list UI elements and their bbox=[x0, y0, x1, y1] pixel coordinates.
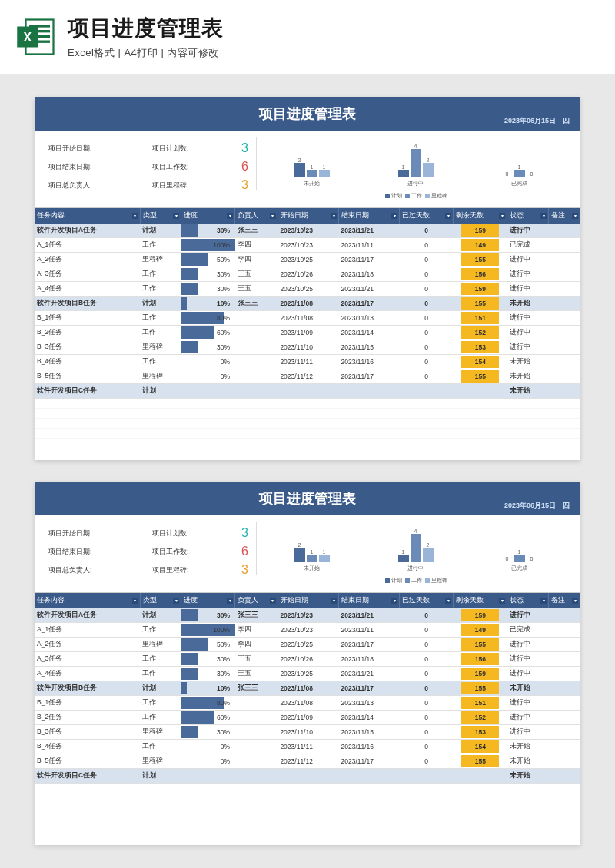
table-cell: 张三三 bbox=[235, 681, 278, 696]
filter-dropdown-icon[interactable]: ▾ bbox=[391, 213, 397, 219]
filter-dropdown-icon[interactable]: ▾ bbox=[331, 213, 337, 219]
column-header[interactable]: 状态▾ bbox=[507, 593, 549, 608]
table-row[interactable]: 软件开发项目B任务计划10%张三三2023/11/082023/11/17015… bbox=[35, 297, 580, 311]
table-cell: 0 bbox=[400, 340, 454, 355]
table-row[interactable]: A_4任务工作30%王五2023/10/252023/11/210159进行中 bbox=[35, 667, 580, 681]
table-row[interactable]: B_1任务工作80%2023/11/082023/11/130151进行中 bbox=[35, 311, 580, 326]
table-row[interactable]: A_3任务工作30%王五2023/10/262023/11/180156进行中 bbox=[35, 652, 580, 667]
table-cell: 计划 bbox=[140, 297, 181, 311]
column-header[interactable]: 备注▾ bbox=[549, 208, 580, 224]
table-row[interactable]: B_2任务工作60%2023/11/092023/11/140152进行中 bbox=[35, 326, 580, 340]
table-cell: 0% bbox=[181, 355, 235, 369]
column-header[interactable]: 结束日期▾ bbox=[339, 593, 400, 608]
filter-dropdown-icon[interactable]: ▾ bbox=[132, 213, 138, 219]
table-cell: 154 bbox=[454, 355, 507, 369]
table-row[interactable]: B_3任务里程碑30%2023/11/102023/11/150153进行中 bbox=[35, 725, 580, 740]
table-cell: 进行中 bbox=[507, 652, 549, 667]
filter-dropdown-icon[interactable]: ▾ bbox=[173, 213, 179, 219]
filter-dropdown-icon[interactable]: ▾ bbox=[173, 598, 179, 604]
table-cell bbox=[278, 769, 338, 784]
table-row[interactable]: 软件开发项目B任务计划10%张三三2023/11/082023/11/17015… bbox=[35, 681, 580, 696]
table-cell bbox=[549, 754, 580, 769]
table-cell: 0 bbox=[400, 696, 454, 711]
table-cell: 进行中 bbox=[507, 282, 549, 297]
table-row[interactable]: 软件开发项目A任务计划30%张三三2023/10/232023/11/21015… bbox=[35, 608, 580, 623]
filter-dropdown-icon[interactable]: ▾ bbox=[391, 598, 397, 604]
table-cell: 工作 bbox=[140, 282, 181, 297]
table-cell: 2023/11/18 bbox=[339, 267, 400, 282]
table-row[interactable]: B_3任务里程碑30%2023/11/102023/11/150153进行中 bbox=[35, 340, 580, 355]
column-header[interactable]: 任务内容▾ bbox=[35, 208, 140, 224]
filter-dropdown-icon[interactable]: ▾ bbox=[331, 598, 337, 604]
filter-dropdown-icon[interactable]: ▾ bbox=[445, 598, 451, 604]
table-row[interactable]: 软件开发项目A任务计划30%张三三2023/10/232023/11/21015… bbox=[35, 224, 580, 238]
column-header[interactable]: 开始日期▾ bbox=[278, 593, 338, 608]
filter-dropdown-icon[interactable]: ▾ bbox=[445, 213, 451, 219]
filter-dropdown-icon[interactable]: ▾ bbox=[270, 213, 276, 219]
column-header[interactable]: 负责人▾ bbox=[235, 208, 278, 224]
table-cell: 张三三 bbox=[235, 608, 278, 623]
column-header[interactable]: 剩余天数▾ bbox=[454, 593, 507, 608]
table-cell bbox=[549, 267, 580, 282]
column-header[interactable]: 已过天数▾ bbox=[400, 593, 454, 608]
table-cell bbox=[549, 681, 580, 696]
filter-dropdown-icon[interactable]: ▾ bbox=[540, 213, 547, 219]
start-date-label: 项目开始日期: bbox=[48, 528, 141, 538]
column-header[interactable]: 类型▾ bbox=[140, 593, 181, 608]
table-row[interactable]: A_3任务工作30%王五2023/10/262023/11/180156进行中 bbox=[35, 267, 580, 282]
table-row[interactable]: B_5任务里程碑0%2023/11/122023/11/170155未开始 bbox=[35, 754, 580, 769]
filter-dropdown-icon[interactable]: ▾ bbox=[540, 598, 547, 604]
table-cell: 工作 bbox=[140, 238, 181, 253]
header-title: 项目进度管理表 bbox=[68, 14, 600, 43]
column-header[interactable]: 类型▾ bbox=[140, 208, 181, 224]
column-header[interactable]: 进度▾ bbox=[181, 593, 235, 608]
table-cell: 进行中 bbox=[507, 696, 549, 711]
table-row[interactable]: A_1任务工作100%李四2023/10/232023/11/110149已完成 bbox=[35, 238, 580, 253]
table-cell: 60% bbox=[181, 711, 235, 725]
table-cell: 里程碑 bbox=[140, 754, 181, 769]
column-header[interactable]: 结束日期▾ bbox=[339, 208, 400, 224]
table-cell: 0 bbox=[400, 369, 454, 384]
table-cell bbox=[549, 696, 580, 711]
column-header[interactable]: 剩余天数▾ bbox=[454, 208, 507, 224]
column-header[interactable]: 开始日期▾ bbox=[278, 208, 338, 224]
sheet-title-bar: 项目进度管理表 2023年06月15日 四 bbox=[35, 482, 580, 515]
table-cell bbox=[549, 608, 580, 623]
table-row[interactable]: 软件开发项目C任务计划未开始 bbox=[35, 384, 580, 399]
table-row[interactable]: 软件开发项目C任务计划未开始 bbox=[35, 769, 580, 784]
column-header[interactable]: 状态▾ bbox=[507, 208, 549, 224]
filter-dropdown-icon[interactable]: ▾ bbox=[227, 598, 233, 604]
table-cell: 2023/11/16 bbox=[339, 355, 400, 369]
column-header[interactable]: 已过天数▾ bbox=[400, 208, 454, 224]
end-date-label: 项目结束日期: bbox=[48, 162, 141, 172]
filter-dropdown-icon[interactable]: ▾ bbox=[499, 598, 505, 604]
filter-dropdown-icon[interactable]: ▾ bbox=[572, 598, 578, 604]
table-row[interactable]: A_1任务工作100%李四2023/10/232023/11/110149已完成 bbox=[35, 623, 580, 638]
table-row[interactable]: B_2任务工作60%2023/11/092023/11/140152进行中 bbox=[35, 711, 580, 725]
table-cell: 0 bbox=[400, 667, 454, 681]
table-row[interactable]: A_2任务里程碑50%李四2023/10/252023/11/170155进行中 bbox=[35, 638, 580, 652]
milestone-count: 3 bbox=[225, 563, 248, 577]
filter-dropdown-icon[interactable]: ▾ bbox=[227, 213, 233, 219]
table-row[interactable]: A_2任务里程碑50%李四2023/10/252023/11/170155进行中 bbox=[35, 253, 580, 267]
table-row[interactable]: B_4任务工作0%2023/11/112023/11/160154未开始 bbox=[35, 740, 580, 754]
column-header[interactable]: 备注▾ bbox=[549, 593, 580, 608]
filter-dropdown-icon[interactable]: ▾ bbox=[270, 598, 276, 604]
column-header[interactable]: 负责人▾ bbox=[235, 593, 278, 608]
filter-dropdown-icon[interactable]: ▾ bbox=[572, 213, 578, 219]
table-row[interactable]: B_1任务工作80%2023/11/082023/11/130151进行中 bbox=[35, 696, 580, 711]
filter-dropdown-icon[interactable]: ▾ bbox=[132, 598, 138, 604]
table-cell: 工作 bbox=[140, 652, 181, 667]
filter-dropdown-icon[interactable]: ▾ bbox=[499, 213, 505, 219]
column-header[interactable]: 进度▾ bbox=[181, 208, 235, 224]
sheet-title-bar: 项目进度管理表 2023年06月15日 四 bbox=[35, 97, 580, 131]
work-count: 6 bbox=[225, 160, 248, 174]
table-row[interactable]: B_4任务工作0%2023/11/112023/11/160154未开始 bbox=[35, 355, 580, 369]
table-cell: 软件开发项目C任务 bbox=[35, 384, 140, 399]
table-row[interactable]: B_5任务里程碑0%2023/11/122023/11/170155未开始 bbox=[35, 369, 580, 384]
summary-labels: 项目开始日期: 项目计划数: 3 项目结束日期: 项目工作数: 6 项目总负责人… bbox=[41, 137, 256, 201]
owner-label: 项目总负责人: bbox=[48, 565, 141, 575]
table-row[interactable]: A_4任务工作30%王五2023/10/252023/11/210159进行中 bbox=[35, 282, 580, 297]
column-header[interactable]: 任务内容▾ bbox=[35, 593, 140, 608]
table-cell: 2023/11/18 bbox=[339, 652, 400, 667]
